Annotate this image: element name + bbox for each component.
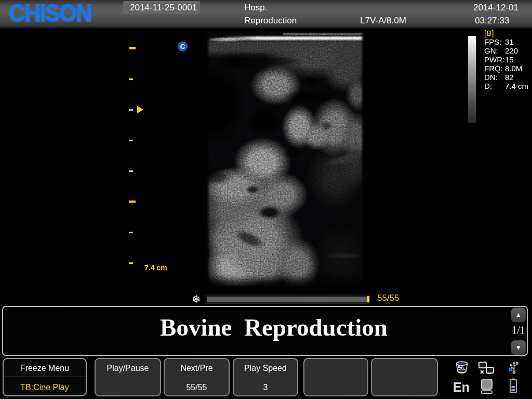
svg-text:%: %: [457, 364, 464, 371]
